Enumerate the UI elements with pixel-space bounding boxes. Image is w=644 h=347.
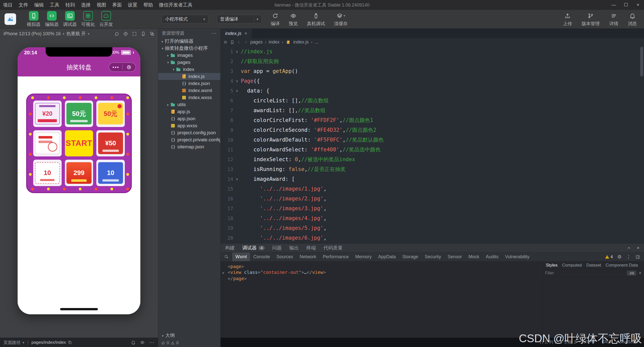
maximize-button[interactable]: ☐ <box>620 0 632 10</box>
minimize-button[interactable]: — <box>608 0 620 10</box>
tree-item[interactable]: ▸utils <box>158 101 220 108</box>
copy-icon[interactable] <box>68 340 72 344</box>
mode-select[interactable]: 小程序模式 ▾ <box>162 15 208 23</box>
cloud-dev-button[interactable]: 云开发 <box>97 11 115 27</box>
devtools-tab-storage[interactable]: Storage <box>399 252 421 261</box>
fold-icon[interactable]: ∨ <box>233 89 241 93</box>
outline-section[interactable]: ▸ 大纲 <box>158 332 220 339</box>
devtools-tab-vulnerability[interactable]: Vulnerability <box>502 252 533 261</box>
clear-cache-button[interactable]: ▾清缓存 <box>334 12 348 27</box>
menu-item[interactable]: 设置 <box>125 0 140 10</box>
breadcrumb-item[interactable]: index.js <box>293 39 309 45</box>
filter-input[interactable] <box>545 271 624 275</box>
tab-close-icon[interactable]: × <box>244 31 247 36</box>
tree-item[interactable]: {}sitemap.json <box>158 143 220 150</box>
devtools-tab-appdata[interactable]: AppData <box>375 252 399 261</box>
more-icon[interactable]: ⋯ <box>149 339 154 345</box>
dom-node[interactable]: <page> <box>223 264 540 269</box>
panel-tab[interactable]: 构建 <box>225 245 235 251</box>
remote-debug-button[interactable]: 真机调试 <box>307 12 325 27</box>
fold-icon[interactable]: ∨ <box>233 177 241 181</box>
tab-index-js[interactable]: index.js × <box>221 29 252 38</box>
capsule-home-button[interactable] <box>123 63 136 71</box>
hot-reload-toggle[interactable]: 热重载 开 <box>66 31 86 37</box>
upload-button[interactable]: 上传 <box>563 12 572 27</box>
capsule-menu-button[interactable] <box>109 63 122 71</box>
cls-toggle[interactable]: .cls <box>627 271 636 276</box>
preview-button[interactable]: 预览 <box>289 12 298 27</box>
menu-item[interactable]: 界面 <box>109 0 125 10</box>
start-button[interactable]: START <box>65 130 93 157</box>
problems-status[interactable]: 0 0 <box>158 339 220 347</box>
fullscreen-icon[interactable] <box>132 31 137 36</box>
fold-icon[interactable]: ∨ <box>233 50 241 54</box>
panel-tab[interactable]: 输出 <box>289 245 299 251</box>
editor-scrollbar[interactable] <box>640 47 643 76</box>
tree-item[interactable]: index.js <box>158 73 220 80</box>
add-rule-icon[interactable]: + <box>639 270 641 276</box>
menu-item[interactable]: 视图 <box>94 0 109 10</box>
device-icon[interactable] <box>141 31 146 36</box>
dom-node[interactable]: ▸<view class="container-out">…</view> <box>223 269 540 276</box>
version-button[interactable]: 版本管理 <box>582 12 600 27</box>
tree-item[interactable]: index.wxml <box>158 87 220 94</box>
fold-icon[interactable]: ∨ <box>233 79 241 83</box>
outline-icon[interactable] <box>223 40 228 45</box>
devtools-tab-network[interactable]: Network <box>296 252 319 261</box>
tree-item[interactable]: {}app.json <box>158 115 220 122</box>
float-window-icon[interactable] <box>150 31 154 36</box>
tree-item[interactable]: {}project.config.json <box>158 129 220 136</box>
compile-mode-select[interactable]: 普通编译 ▾ <box>217 15 262 23</box>
devtools-tab-performance[interactable]: Performance <box>319 252 352 261</box>
debugger-button[interactable]: 调试器 <box>61 11 79 27</box>
devtools-tab-audits[interactable]: Audits <box>482 252 502 261</box>
forward-icon[interactable] <box>244 40 248 45</box>
back-icon[interactable] <box>237 40 241 45</box>
devtools-tab-memory[interactable]: Memory <box>352 252 375 261</box>
eye-icon[interactable] <box>140 340 145 345</box>
visualization-button[interactable]: 可视化 <box>79 11 97 27</box>
collapse-panel-icon[interactable] <box>627 246 631 250</box>
message-button[interactable]: 消息 <box>628 12 637 27</box>
tree-item[interactable]: ▸打开的编辑器 <box>158 38 220 45</box>
compile-button[interactable]: 编译 <box>271 12 280 27</box>
panel-tab[interactable]: 调试器4 <box>242 245 265 251</box>
panel-tab[interactable]: 代码质量 <box>324 245 343 251</box>
styles-tab-component-data[interactable]: Component Data <box>603 263 640 268</box>
breadcrumb-item[interactable]: pages <box>250 39 263 45</box>
details-button[interactable]: 详情 <box>609 12 618 27</box>
tree-item[interactable]: ▾index <box>158 66 220 73</box>
devtools-tab-wxml[interactable]: Wxml <box>232 252 250 261</box>
tree-item[interactable]: ▸images <box>158 52 220 59</box>
warning-badge[interactable]: 4 <box>605 255 613 259</box>
menu-item[interactable]: 选择 <box>78 0 94 10</box>
simulator-button[interactable]: 模拟器 <box>25 11 43 27</box>
devtools-tab-sensor[interactable]: Sensor <box>444 252 465 261</box>
menu-item[interactable]: 微信开发者工具 <box>156 0 195 10</box>
page-path-select[interactable]: 页面路径 <box>4 340 21 345</box>
rotate-icon[interactable] <box>114 31 119 36</box>
tree-arrow-icon[interactable]: ▸ <box>223 270 228 276</box>
menu-item[interactable]: 编辑 <box>31 0 47 10</box>
dock-side-icon[interactable] <box>635 255 640 259</box>
tree-item[interactable]: {}index.json <box>158 80 220 87</box>
menu-item[interactable]: 转到 <box>62 0 78 10</box>
tree-item[interactable]: ▾抽奖转盘微信小程序 <box>158 45 220 52</box>
devtools-tab-console[interactable]: Console <box>250 252 273 261</box>
panel-tab[interactable]: 终端 <box>306 245 316 251</box>
styles-tab-styles[interactable]: Styles <box>544 263 560 268</box>
tree-item[interactable]: index.wxss <box>158 94 220 101</box>
tree-item[interactable]: ▾pages <box>158 59 220 66</box>
tree-item[interactable]: {}project.private.config.json <box>158 136 220 143</box>
tree-item[interactable]: app.wxss <box>158 122 220 129</box>
breadcrumb-item[interactable]: index <box>269 39 279 45</box>
panel-tab[interactable]: 问题 <box>272 245 282 251</box>
editor-button[interactable]: 编辑器 <box>43 11 61 27</box>
close-button[interactable]: × <box>632 0 644 10</box>
devtools-tab-security[interactable]: Security <box>421 252 444 261</box>
notification-icon[interactable] <box>131 340 136 345</box>
bookmark-icon[interactable] <box>230 40 234 45</box>
close-panel-icon[interactable]: × <box>637 245 639 251</box>
settings-gear-icon[interactable]: ⚙ <box>617 254 622 260</box>
menu-item[interactable]: 文件 <box>16 0 31 10</box>
